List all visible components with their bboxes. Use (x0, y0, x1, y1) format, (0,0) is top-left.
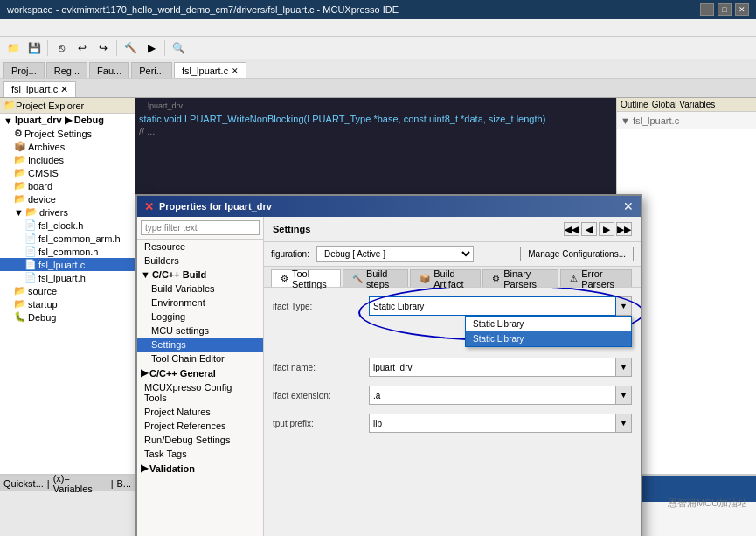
modal-nav-environment[interactable]: Environment (137, 296, 263, 310)
sidebar-item-fsl-clock[interactable]: 📄 fsl_clock.h (0, 219, 135, 232)
sidebar-item-fsl-lpuart-c[interactable]: 📄 fsl_lpuart.c (0, 258, 135, 271)
artifact-name-dropdown-btn[interactable]: ▼ (616, 358, 632, 377)
config-select[interactable]: Debug [ Active ] (316, 246, 474, 262)
editor-line-indicator: ... lpuart_drv (139, 101, 613, 110)
vcr-first[interactable]: ◀◀ (564, 222, 579, 236)
vcr-next[interactable]: ▶ (599, 222, 614, 236)
modal-form: ifact Type: ▼ Static Library Static Libr… (264, 288, 641, 536)
tab-close-icon[interactable]: ✕ (232, 66, 239, 75)
sidebar-item-fsl-lpuart-h[interactable]: 📄 fsl_lpuart.h (0, 271, 135, 284)
tab-fsl-lpuart[interactable]: fsl_lpuart.c ✕ (174, 62, 246, 78)
sidebar-item-fsl-common-arm[interactable]: 📄 fsl_common_arm.h (0, 232, 135, 245)
toolbar-btn-build[interactable]: 🔨 (121, 39, 140, 57)
modal-nav-settings[interactable]: Settings (137, 338, 263, 352)
artifact-name-input[interactable] (369, 358, 616, 377)
modal-nav-task-tags[interactable]: Task Tags (137, 447, 263, 461)
modal-nav-build-variables[interactable]: Build Variables (137, 282, 263, 296)
outline-content: ▼ fsl_lpuart.c (617, 112, 756, 129)
output-prefix-input[interactable] (369, 414, 616, 433)
sidebar-item-lpuart-drv[interactable]: ▼ lpuart_drv ▶ Debug (0, 114, 135, 127)
artifact-type-dropdown-btn[interactable]: ▼ (616, 296, 632, 316)
modal-nav-logging[interactable]: Logging (137, 310, 263, 324)
variables-tab[interactable]: (x)= Variables (53, 473, 108, 494)
modal-filter-area (137, 217, 263, 240)
toolbar: 📁 💾 ⎋ ↩ ↪ 🔨 ▶ 🔍 (0, 37, 756, 59)
modal-tab-tool-settings[interactable]: ⚙ Tool Settings (271, 269, 341, 287)
tab-peri[interactable]: Peri... (131, 62, 172, 78)
modal-close-button[interactable]: ✕ (623, 199, 634, 213)
modal-nav-project-natures[interactable]: Project Natures (137, 405, 263, 419)
tab-fsl-lpuart-2[interactable]: fsl_lpuart.c ✕ (3, 81, 76, 97)
modal-tab-build-artifact[interactable]: 📦 Build Artifact (410, 269, 481, 287)
bottom-left-panel: Quickst... | (x)= Variables | B... (0, 476, 135, 536)
toolbar-btn-1[interactable]: 📁 (3, 39, 23, 57)
sidebar-item-board[interactable]: 📂 board (0, 179, 135, 192)
output-prefix-row: tput prefix: ▼ (273, 414, 632, 433)
breakpoints-tab[interactable]: B... (116, 478, 131, 489)
build-steps-icon: 🔨 (352, 274, 363, 283)
artifact-extension-input[interactable] (369, 386, 616, 405)
dropdown-item-static-library-1[interactable]: Static Library (466, 317, 631, 331)
binary-parsers-icon: ⚙ (492, 274, 500, 283)
vcr-prev[interactable]: ◀ (581, 222, 597, 236)
toolbar-separator-1 (47, 40, 48, 56)
toolbar-btn-3[interactable]: ⎋ (52, 39, 71, 57)
modal-nav-project-references[interactable]: Project References (137, 419, 263, 433)
output-prefix-dropdown-btn[interactable]: ▼ (616, 414, 632, 433)
modal-tab-binary-parsers[interactable]: ⚙ Binary Parsers (482, 269, 558, 287)
modal-nav-run-debug[interactable]: Run/Debug Settings (137, 433, 263, 447)
modal-nav-resource[interactable]: Resource (137, 240, 263, 254)
menu-bar (0, 19, 756, 37)
vcr-controls: ◀◀ ◀ ▶ ▶▶ (564, 222, 632, 236)
close-window-button[interactable]: ✕ (735, 3, 749, 16)
sidebar-item-source[interactable]: 📂 source (0, 284, 135, 297)
toolbar-btn-debug[interactable]: ▶ (142, 39, 161, 57)
tab-reg[interactable]: Reg... (46, 62, 87, 78)
sidebar-item-cmsis[interactable]: 📂 CMSIS (0, 166, 135, 179)
modal-tab-build-steps[interactable]: 🔨 Build steps (343, 269, 408, 287)
dropdown-item-static-library-2[interactable]: Static Library (466, 331, 631, 346)
tab-proj[interactable]: Proj... (3, 62, 45, 78)
main-layout: 📁 Project Explorer ▼ lpuart_drv ▶ Debug … (0, 98, 756, 474)
sidebar-item-drivers[interactable]: ▼ 📂 drivers (0, 205, 135, 219)
sidebar-item-archives[interactable]: 📦 Archives (0, 140, 135, 153)
sidebar-item-device[interactable]: 📂 device (0, 192, 135, 205)
code-line-2: // ... (139, 126, 613, 136)
toolbar-btn-search[interactable]: 🔍 (169, 39, 188, 57)
modal-filter-input[interactable] (141, 220, 260, 235)
modal-nav-mcuxpresso-config[interactable]: MCUXpresso Config Tools (137, 380, 263, 405)
project-explorer: 📁 Project Explorer ▼ lpuart_drv ▶ Debug … (0, 98, 135, 474)
modal-body: Resource Builders ▼ C/C++ Build Build Va… (137, 217, 641, 536)
sidebar-item-fsl-common-h[interactable]: 📄 fsl_common.h (0, 245, 135, 258)
modal-nav-validation[interactable]: ▶ Validation (137, 461, 263, 476)
maximize-button[interactable]: □ (718, 3, 732, 16)
modal-nav-builders[interactable]: Builders (137, 254, 263, 268)
toolbar-btn-2[interactable]: 💾 (24, 39, 44, 57)
toolbar-btn-5[interactable]: ↪ (94, 39, 113, 57)
sidebar-item-includes[interactable]: 📂 Includes (0, 153, 135, 166)
manage-configurations-button[interactable]: Manage Configurations... (520, 247, 634, 261)
modal-nav-tool-chain-editor[interactable]: Tool Chain Editor (137, 352, 263, 365)
bottom-tabs-bar: Quickst... | (x)= Variables | B... (0, 476, 135, 491)
modal-tab-error-parsers[interactable]: ⚠ Error Parsers (560, 269, 632, 287)
modal-nav-cpp-general[interactable]: ▶ C/C++ General (137, 365, 263, 380)
sidebar-item-project-settings[interactable]: ⚙ Project Settings (0, 127, 135, 140)
toolbar-btn-4[interactable]: ↩ (73, 39, 92, 57)
sidebar-item-debug[interactable]: 🐛 Debug (0, 310, 135, 324)
modal-settings-title: Settings ◀◀ ◀ ▶ ▶▶ (264, 217, 641, 242)
window-title: workspace - evkmimxrt1170_hello_world_de… (7, 4, 700, 15)
window-controls: ─ □ ✕ (700, 3, 749, 16)
quickst-tab[interactable]: Quickst... (3, 478, 44, 489)
modal-nav-cpp-build[interactable]: ▼ C/C++ Build (137, 268, 263, 282)
vcr-last[interactable]: ▶▶ (616, 222, 632, 236)
modal-nav-mcu-settings[interactable]: MCU settings (137, 324, 263, 338)
code-line-1: static void LPUART_WriteNonBlocking(LPUA… (139, 114, 613, 124)
minimize-button[interactable]: ─ (700, 3, 714, 16)
toolbar-separator-2 (116, 40, 117, 56)
modal-settings-content: Settings ◀◀ ◀ ▶ ▶▶ figuration: (264, 217, 641, 536)
sidebar-item-startup[interactable]: 📂 startup (0, 297, 135, 310)
artifact-type-input[interactable] (369, 296, 616, 316)
artifact-extension-dropdown-btn[interactable]: ▼ (616, 386, 632, 405)
artifact-type-dropdown: Static Library Static Library (465, 316, 632, 347)
tab-fau[interactable]: Fau... (89, 62, 129, 78)
